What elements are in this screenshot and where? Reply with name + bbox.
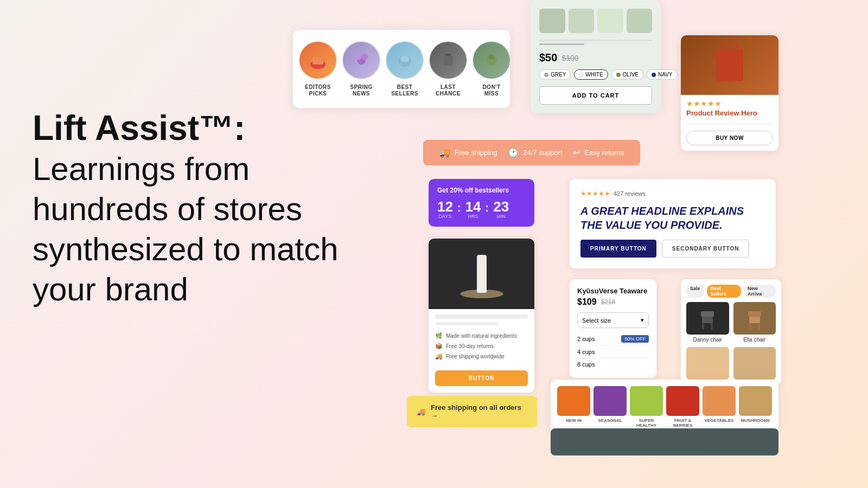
furniture-grid: Danny chair Ella chair — [686, 302, 776, 380]
furniture-item-4[interactable] — [733, 347, 776, 380]
furniture-thumb-3 — [686, 347, 729, 380]
product-thumb-4 — [627, 9, 653, 33]
cat-circle-best-sellers — [385, 41, 424, 80]
product-images-row — [539, 9, 652, 33]
svg-rect-16 — [748, 311, 761, 317]
teaware-size-8cups[interactable]: 8 cups — [577, 358, 649, 370]
cat-label-last-chance: LASTCHANCE — [436, 84, 461, 97]
ship-item-support: 🕐 24/7 support — [508, 147, 562, 158]
danny-chair-name: Danny chair — [686, 337, 729, 343]
food-thumb-new — [557, 386, 590, 416]
cat-item-best-sellers[interactable]: BESTSELLERS — [385, 41, 424, 97]
furniture-item-danny[interactable]: Danny chair — [686, 302, 729, 343]
food-thumb-healthy — [630, 386, 663, 416]
cat-item-last-chance[interactable]: LASTCHANCE — [429, 41, 468, 97]
food-item-healthy[interactable]: SUPER HEALTHY — [630, 386, 663, 428]
ship-item-free: 🚚 Free shipping — [439, 147, 497, 158]
review-hero-image — [681, 35, 778, 95]
cat-item-dont-miss[interactable]: DON'TMISS — [472, 41, 510, 97]
svg-rect-17 — [749, 323, 751, 330]
food-thumb-fruit — [666, 386, 699, 416]
clock-icon: 🕐 — [508, 147, 519, 158]
secondary-headline-button[interactable]: SECONDARY BUTTON — [662, 240, 750, 258]
swatch-olive[interactable]: OLIVE — [611, 69, 643, 80]
food-item-vegetables[interactable]: VEGETABLES — [703, 386, 736, 428]
bag-handle — [722, 41, 738, 49]
food-label-new: NEW IN — [557, 418, 590, 423]
ella-chair-thumb — [733, 302, 776, 335]
product-price-row: $50 $100 — [539, 52, 652, 64]
svg-rect-14 — [711, 323, 713, 330]
ella-chair-name: Ella chair — [733, 337, 776, 343]
food-thumb-vegetables — [703, 386, 736, 416]
svg-rect-18 — [758, 323, 760, 330]
furniture-item-ella[interactable]: Ella chair — [733, 302, 776, 343]
svg-point-3 — [355, 54, 361, 60]
svg-rect-12 — [701, 311, 714, 317]
product-thumb-2 — [569, 9, 595, 33]
review-stars: ★★★★★ — [681, 95, 778, 109]
swatch-navy[interactable]: NAVY — [647, 69, 678, 80]
product-detail-card: 🌿 Made with natural ingredients 📦 Free 3… — [429, 239, 534, 393]
danny-chair-thumb — [686, 302, 729, 335]
cat-label-dont-miss: DON'TMISS — [482, 84, 500, 97]
subheading: Learnings from hundreds of stores synthe… — [33, 151, 339, 307]
add-to-cart-button[interactable]: ADD TO CART — [539, 86, 652, 105]
swatch-grey[interactable]: GREY — [539, 69, 571, 80]
food-label-fruit: FRUIT & BERRIES — [666, 418, 699, 428]
feature-shipping: 🚚 Free shipping worldwide — [435, 351, 528, 362]
teaware-size-4cups[interactable]: 4 cups — [577, 346, 649, 358]
furniture-badges: Sale Best Sellers New Arriva — [686, 285, 776, 298]
feature-natural: 🌿 Made with natural ingredients — [435, 331, 528, 341]
food-item-fruit[interactable]: FRUIT & BERRIES — [666, 386, 699, 428]
product-thumb-3 — [597, 9, 623, 33]
furniture-item-3[interactable] — [686, 347, 729, 380]
teaware-size-2cups[interactable]: 2 cups 50% OFF — [577, 332, 649, 346]
return-small-icon: 📦 — [435, 343, 443, 350]
dark-bottom-widget — [551, 428, 778, 455]
product-detail-button[interactable]: BUTTON — [435, 370, 528, 386]
countdown-days: 12 DAYS — [437, 200, 453, 219]
free-shipping-bar[interactable]: 🚚 Free shipping on all orders → — [407, 396, 537, 427]
cat-label-spring-news: SPRINGNEWS — [350, 84, 372, 97]
bag-shape — [716, 49, 743, 81]
cat-item-spring-news[interactable]: SPRINGNEWS — [342, 41, 381, 97]
food-thumb-mushrooms — [739, 386, 772, 416]
cat-item-editors-picks[interactable]: EDITORSPICKS — [298, 41, 337, 97]
teaware-price: $109 — [577, 297, 597, 307]
bottle-shape — [477, 255, 487, 293]
furniture-widget: Sale Best Sellers New Arriva Danny chair — [681, 279, 781, 385]
food-grid: NEW IN SEASONAL SUPER HEALTHY FRUIT & BE… — [557, 386, 772, 428]
food-item-seasonal[interactable]: SEASONAL — [593, 386, 627, 428]
product-thumb-1 — [539, 9, 565, 33]
product-detail-image — [429, 239, 534, 309]
svg-rect-1 — [312, 57, 323, 65]
headline-stars-icons: ★★★★★ — [580, 190, 610, 197]
food-item-mushrooms[interactable]: MUSHROOMS — [739, 386, 772, 428]
swatch-white[interactable]: WHITE — [574, 69, 608, 80]
countdown-widget: Get 20% off bestsellers 12 DAYS : 14 HRS… — [429, 179, 534, 227]
primary-headline-button[interactable]: PRIMARY BUTTON — [580, 240, 656, 258]
teaware-price-row: $109 $218 — [577, 297, 649, 307]
teaware-title: KyūsuVerse Teaware — [577, 287, 649, 295]
product-title-line — [435, 314, 528, 319]
svg-rect-13 — [702, 323, 704, 330]
category-circles-widget: EDITORSPICKS SPRINGNEWS BESTSELLERS LAST… — [293, 30, 510, 108]
ship-returns-text: Easy returns — [584, 149, 624, 157]
teaware-widget: KyūsuVerse Teaware $109 $218 Select size… — [570, 279, 656, 378]
buy-now-button[interactable]: BUY NOW — [686, 131, 773, 145]
ship-support-text: 24/7 support — [523, 149, 562, 157]
teaware-size-select[interactable]: Select size ▾ — [577, 312, 649, 328]
shipping-bar-widget: 🚚 Free shipping 🕐 24/7 support ↩ Easy re… — [423, 140, 640, 165]
free-shipping-truck-icon: 🚚 — [417, 408, 425, 416]
countdown-numbers: 12 DAYS : 14 HRS : 23 MIN — [437, 200, 526, 219]
hero-text-section: Lift Assist™: Learnings from hundreds of… — [33, 108, 347, 309]
return-icon: ↩ — [573, 147, 580, 158]
food-label-seasonal: SEASONAL — [593, 418, 627, 423]
food-item-new[interactable]: NEW IN — [557, 386, 590, 428]
badge-sale: Sale — [686, 285, 704, 298]
svg-rect-11 — [702, 316, 713, 323]
badge-bestsellers: Best Sellers — [707, 285, 742, 298]
review-hero-widget: ★★★★★ Product Review Hero BUY NOW — [681, 35, 778, 151]
svg-point-6 — [400, 56, 409, 62]
